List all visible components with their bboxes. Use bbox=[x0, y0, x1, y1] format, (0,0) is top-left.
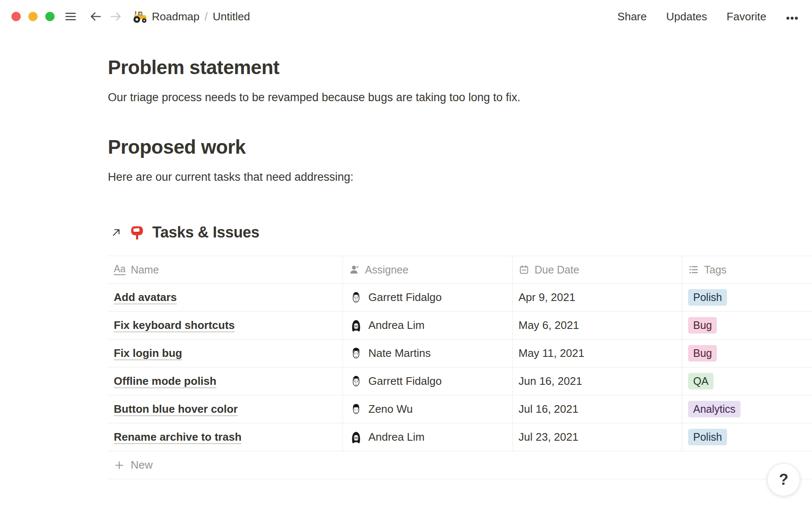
column-header-due-date[interactable]: Due Date bbox=[513, 256, 682, 283]
task-name-cell[interactable]: Fix keyboard shortcuts bbox=[108, 312, 343, 339]
column-header-assignee[interactable]: Assignee bbox=[343, 256, 513, 283]
breadcrumb-separator: / bbox=[205, 10, 208, 23]
favorite-button[interactable]: Favorite bbox=[727, 10, 766, 23]
assignee-cell[interactable]: Andrea Lim bbox=[343, 312, 513, 339]
mailbox-icon bbox=[129, 224, 145, 241]
close-window-button[interactable] bbox=[11, 12, 21, 21]
table-row: Add avatars Garrett Fidalgo Apr 9, 2021 … bbox=[108, 284, 812, 312]
table-row: Rename archive to trash Andrea Lim Jul 2… bbox=[108, 423, 812, 451]
zoom-window-button[interactable] bbox=[45, 12, 55, 21]
assignee-avatar bbox=[349, 374, 363, 389]
column-header-name[interactable]: Aa Name bbox=[108, 256, 343, 283]
tag-pill[interactable]: Polish bbox=[688, 289, 727, 306]
task-name-cell[interactable]: Offline mode polish bbox=[108, 367, 343, 395]
due-date-cell[interactable]: May 11, 2021 bbox=[513, 340, 682, 367]
assignee-avatar bbox=[349, 430, 363, 444]
assignee-cell[interactable]: Zeno Wu bbox=[343, 395, 513, 423]
ellipsis-icon[interactable] bbox=[786, 10, 798, 23]
assignee-avatar bbox=[349, 402, 363, 417]
tags-cell[interactable]: Polish bbox=[682, 423, 812, 451]
due-date-cell[interactable]: Jul 16, 2021 bbox=[513, 395, 682, 423]
sidebar-menu-icon[interactable] bbox=[65, 11, 77, 22]
assignee-avatar bbox=[349, 318, 363, 333]
due-date-cell[interactable]: Jul 23, 2021 bbox=[513, 423, 682, 451]
table-row: Offline mode polish Garrett Fidalgo Jun … bbox=[108, 367, 812, 395]
task-page-link[interactable]: Button blue hover color bbox=[114, 403, 238, 416]
tag-pill[interactable]: Analytics bbox=[688, 401, 741, 417]
assignee-avatar bbox=[349, 346, 363, 361]
forward-arrow-icon[interactable] bbox=[110, 11, 122, 22]
arrow-up-right-icon[interactable] bbox=[111, 227, 122, 238]
calendar-icon bbox=[518, 264, 529, 275]
traffic-lights bbox=[11, 12, 55, 21]
minimize-window-button[interactable] bbox=[28, 12, 38, 21]
task-name-cell[interactable]: Add avatars bbox=[108, 284, 343, 311]
tags-cell[interactable]: Analytics bbox=[682, 395, 812, 423]
due-date-cell[interactable]: Apr 9, 2021 bbox=[513, 284, 682, 311]
breadcrumb-root[interactable]: Roadmap bbox=[152, 10, 200, 23]
tag-pill[interactable]: Polish bbox=[688, 429, 727, 445]
task-page-link[interactable]: Fix login bug bbox=[114, 347, 182, 360]
tasks-table: Aa Name Assignee Due Date Tags Add avata… bbox=[108, 256, 812, 479]
table-row: Button blue hover color Zeno Wu Jul 16, … bbox=[108, 395, 812, 423]
due-date-cell[interactable]: Jun 16, 2021 bbox=[513, 367, 682, 395]
tractor-icon bbox=[132, 10, 148, 23]
paragraph-problem: Our triage process needs to be revamped … bbox=[108, 90, 521, 106]
assignee-avatar bbox=[349, 290, 363, 305]
topbar-actions: Share Updates Favorite bbox=[617, 10, 798, 23]
collection-title[interactable]: Tasks & Issues bbox=[152, 224, 259, 241]
table-header-row: Aa Name Assignee Due Date Tags bbox=[108, 256, 812, 284]
question-mark-icon: ? bbox=[779, 471, 788, 489]
tags-cell[interactable]: Bug bbox=[682, 312, 812, 339]
table-row: Fix keyboard shortcuts Andrea Lim May 6,… bbox=[108, 312, 812, 340]
task-page-link[interactable]: Rename archive to trash bbox=[114, 431, 241, 444]
new-row-button[interactable]: New bbox=[108, 451, 812, 479]
back-arrow-icon[interactable] bbox=[89, 11, 102, 22]
tags-cell[interactable]: QA bbox=[682, 367, 812, 395]
paragraph-work: Here are our current tasks that need add… bbox=[108, 169, 354, 185]
tag-pill[interactable]: Bug bbox=[688, 317, 717, 334]
help-button[interactable]: ? bbox=[767, 463, 800, 496]
heading-proposed-work: Proposed work bbox=[108, 135, 246, 158]
person-icon bbox=[349, 264, 360, 275]
title-icon: Aa bbox=[114, 264, 126, 275]
tag-pill[interactable]: Bug bbox=[688, 345, 717, 362]
window-titlebar: Roadmap / Untitled Share Updates Favorit… bbox=[0, 0, 812, 33]
tags-cell[interactable]: Polish bbox=[682, 284, 812, 311]
assignee-cell[interactable]: Andrea Lim bbox=[343, 423, 513, 451]
task-name-cell[interactable]: Fix login bug bbox=[108, 340, 343, 367]
collection-title-row: Tasks & Issues bbox=[111, 224, 259, 241]
assignee-cell[interactable]: Nate Martins bbox=[343, 340, 513, 367]
column-header-tags[interactable]: Tags bbox=[682, 256, 812, 283]
task-name-cell[interactable]: Button blue hover color bbox=[108, 395, 343, 423]
task-page-link[interactable]: Fix keyboard shortcuts bbox=[114, 319, 235, 332]
task-page-link[interactable]: Offline mode polish bbox=[114, 375, 217, 388]
table-row: Fix login bug Nate Martins May 11, 2021 … bbox=[108, 340, 812, 367]
due-date-cell[interactable]: May 6, 2021 bbox=[513, 312, 682, 339]
updates-button[interactable]: Updates bbox=[666, 10, 707, 23]
tags-cell[interactable]: Bug bbox=[682, 340, 812, 367]
assignee-cell[interactable]: Garrett Fidalgo bbox=[343, 284, 513, 311]
task-name-cell[interactable]: Rename archive to trash bbox=[108, 423, 343, 451]
breadcrumb: Roadmap / Untitled bbox=[132, 10, 250, 23]
plus-icon bbox=[114, 460, 125, 471]
heading-problem-statement: Problem statement bbox=[108, 56, 280, 79]
assignee-cell[interactable]: Garrett Fidalgo bbox=[343, 367, 513, 395]
task-page-link[interactable]: Add avatars bbox=[114, 291, 177, 304]
tag-pill[interactable]: QA bbox=[688, 373, 713, 389]
breadcrumb-current[interactable]: Untitled bbox=[213, 10, 250, 23]
share-button[interactable]: Share bbox=[617, 10, 647, 23]
list-icon bbox=[688, 264, 699, 275]
